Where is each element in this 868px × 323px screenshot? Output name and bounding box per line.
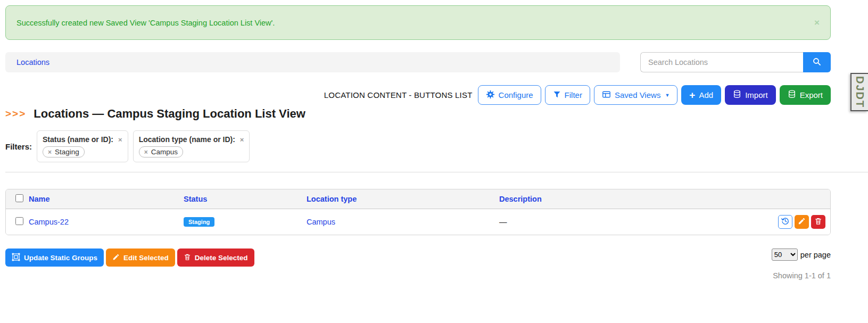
- column-header-location-type[interactable]: Location type: [307, 195, 357, 203]
- filter-button[interactable]: Filter: [545, 85, 590, 105]
- title-chevrons: >>>: [5, 108, 26, 120]
- import-button[interactable]: Import: [725, 85, 776, 105]
- debug-toolbar-handle-label: DJDT: [855, 76, 865, 108]
- edit-selected-button[interactable]: Edit Selected: [106, 249, 175, 267]
- action-toolbar: LOCATION CONTENT - BUTTONS LIST Configur…: [5, 85, 831, 105]
- context-label: LOCATION CONTENT - BUTTONS LIST: [324, 90, 473, 100]
- filter-label: Filter: [565, 90, 582, 100]
- filter-chip-campus[interactable]: × Campus: [139, 146, 183, 158]
- location-type-link[interactable]: Campus: [307, 218, 335, 226]
- funnel-icon: [553, 90, 561, 100]
- remove-filter-icon[interactable]: ×: [240, 136, 244, 144]
- location-name-link[interactable]: Campus-22: [29, 218, 69, 226]
- trash-icon: [814, 217, 822, 227]
- update-static-groups-label: Update Static Groups: [24, 254, 97, 262]
- plus-icon: +: [689, 90, 695, 100]
- page-title-row: >>> Locations — Campus Staging Location …: [5, 106, 831, 122]
- filter-field-label: Location type (name or ID):: [139, 135, 235, 144]
- filter-chip-staging[interactable]: × Staging: [43, 146, 85, 158]
- status-badge[interactable]: Staging: [184, 217, 214, 227]
- configure-button[interactable]: Configure: [478, 85, 541, 105]
- select-all-checkbox[interactable]: [15, 194, 23, 202]
- search-icon: [812, 57, 822, 68]
- showing-count: Showing 1-1 of 1: [5, 271, 831, 280]
- update-static-groups-button[interactable]: Update Static Groups: [5, 249, 104, 267]
- pencil-icon: [112, 253, 120, 262]
- success-alert-message: Successfully created new Saved View 'Cam…: [16, 19, 275, 27]
- delete-selected-label: Delete Selected: [195, 254, 248, 262]
- changelog-button[interactable]: [778, 215, 792, 229]
- edit-selected-label: Edit Selected: [123, 254, 169, 262]
- filter-field-label: Status (name or ID):: [43, 135, 113, 144]
- import-label: Import: [745, 90, 768, 100]
- database-import-icon: [733, 90, 741, 100]
- add-button[interactable]: + Add: [681, 85, 721, 105]
- success-alert: Successfully created new Saved View 'Cam…: [5, 5, 831, 40]
- layout-window-icon: [602, 90, 611, 101]
- filter-chip-label: Campus: [151, 148, 178, 156]
- per-page-select[interactable]: 50: [772, 249, 798, 261]
- remove-chip-icon[interactable]: ×: [144, 148, 148, 156]
- column-header-status[interactable]: Status: [184, 195, 207, 203]
- bulk-actions: Update Static Groups Edit Selected Delet…: [5, 249, 254, 267]
- pagination: 50 per page: [772, 249, 831, 261]
- filter-chip-label: Staging: [55, 148, 79, 156]
- divider: [5, 172, 868, 172]
- breadcrumb-locations-link[interactable]: Locations: [16, 58, 49, 67]
- filter-group-location-type: Location type (name or ID): × × Campus: [133, 130, 250, 162]
- saved-views-label: Saved Views: [615, 90, 660, 100]
- remove-filter-icon[interactable]: ×: [118, 136, 122, 144]
- export-label: Export: [800, 90, 823, 100]
- pencil-icon: [798, 217, 806, 227]
- locations-table: Name Status Location type Description Ca…: [5, 189, 831, 235]
- chevron-down-icon: ▼: [665, 93, 669, 98]
- search-button[interactable]: [803, 52, 831, 72]
- column-header-description[interactable]: Description: [499, 195, 542, 203]
- alert-close-icon[interactable]: ×: [814, 18, 820, 28]
- page-title: Locations — Campus Staging Location List…: [34, 107, 305, 121]
- filters-label: Filters:: [5, 142, 32, 151]
- row-checkbox[interactable]: [15, 217, 23, 225]
- database-export-icon: [788, 90, 796, 100]
- debug-toolbar-handle[interactable]: DJDT: [850, 73, 868, 111]
- remove-chip-icon[interactable]: ×: [48, 148, 52, 156]
- table-header-row: Name Status Location type Description: [6, 189, 830, 209]
- table-row: Campus-22 Staging Campus —: [6, 209, 830, 235]
- trash-icon: [184, 253, 191, 262]
- search-input[interactable]: [640, 52, 803, 72]
- saved-views-button[interactable]: Saved Views ▼: [594, 85, 677, 105]
- configure-label: Configure: [499, 90, 533, 100]
- export-button[interactable]: Export: [780, 85, 831, 105]
- delete-selected-button[interactable]: Delete Selected: [177, 249, 254, 267]
- description-value: —: [499, 218, 507, 226]
- filter-group-status: Status (name or ID): × × Staging: [37, 130, 128, 162]
- gear-icon: [486, 90, 495, 101]
- clock-history-icon: [781, 217, 790, 227]
- search-box: [640, 52, 831, 72]
- edit-button[interactable]: [795, 215, 809, 229]
- delete-button[interactable]: [811, 215, 825, 229]
- object-group-icon: [12, 253, 20, 263]
- column-header-name[interactable]: Name: [29, 195, 50, 203]
- bottom-row: Update Static Groups Edit Selected Delet…: [5, 249, 831, 267]
- breadcrumb: Locations: [5, 52, 620, 72]
- applied-filters: Filters: Status (name or ID): × × Stagin…: [5, 130, 831, 162]
- per-page-label: per page: [800, 251, 831, 259]
- add-label: Add: [699, 90, 713, 100]
- topbar: Locations: [5, 52, 831, 72]
